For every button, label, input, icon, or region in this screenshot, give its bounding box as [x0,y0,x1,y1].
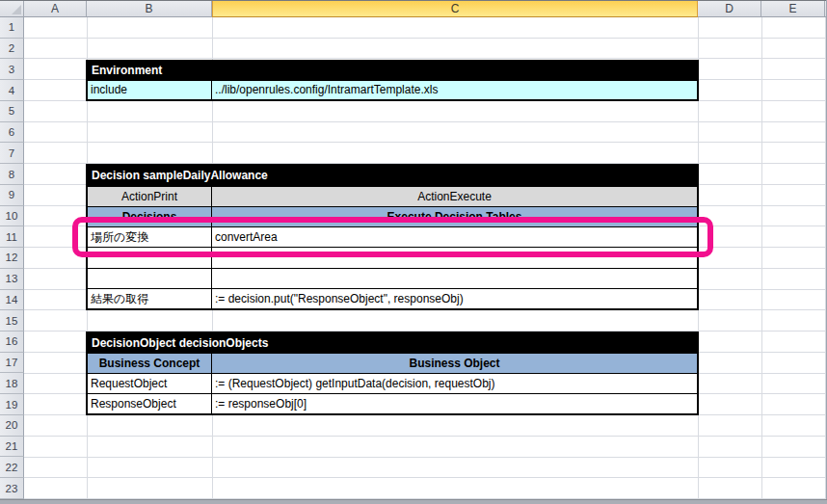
row-header-13[interactable]: 13 [0,269,24,290]
select-all-triangle-icon [12,5,21,14]
request-object-label-cell[interactable]: RequestObject [88,374,212,393]
row-header-12[interactable]: 12 [0,248,24,269]
column-header-row: A B C D E [0,0,827,17]
gridline-d-e [761,17,762,499]
row-header-column: 1 2 3 4 5 6 7 8 9 10 11 12 13 14 15 16 1… [0,17,24,499]
row-header-4[interactable]: 4 [0,80,24,101]
get-result-label-cell[interactable]: 結果の取得 [88,289,212,308]
row-header-1[interactable]: 1 [0,17,24,39]
row-header-14[interactable]: 14 [0,290,24,311]
row-header-15[interactable]: 15 [0,310,24,332]
action-print-cell[interactable]: ActionPrint [88,187,212,206]
response-object-value-cell[interactable]: := responseObj[0] [212,394,697,413]
business-concept-header-cell[interactable]: Business Concept [88,354,212,373]
row-header-20[interactable]: 20 [0,415,24,437]
response-object-row: ResponseObject := responseObj[0] [88,394,697,413]
decision-row-empty-2 [88,269,697,289]
column-header-c-selected[interactable]: C [212,1,698,17]
environment-include-row: include ../lib/openrules.config/Intramar… [88,81,697,99]
highlight-annotation-ring [72,217,713,257]
row-header-8[interactable]: 8 [0,164,24,185]
environment-table: Environment include ../lib/openrules.con… [86,60,699,102]
row-header-5[interactable]: 5 [0,101,24,122]
column-header-a[interactable]: A [24,1,87,17]
row-header-7[interactable]: 7 [0,143,24,164]
row-header-2[interactable]: 2 [0,39,24,60]
decision-action-row: ActionPrint ActionExecute [88,187,697,207]
include-path-cell[interactable]: ../lib/openrules.config/IntramartTemplat… [212,81,697,99]
column-header-b[interactable]: B [87,1,212,17]
row-header-21[interactable]: 21 [0,437,24,458]
select-all-corner[interactable] [0,1,24,17]
column-header-e[interactable]: E [761,1,825,17]
row-header-17[interactable]: 17 [0,353,24,374]
row-header-19[interactable]: 19 [0,394,24,415]
bottom-edge-strip [0,499,827,504]
empty-label-cell-2[interactable] [88,269,212,288]
decision-objects-title[interactable]: DecisionObject decisionObjects [88,333,697,353]
decision-objects-table: DecisionObject decisionObjects Business … [86,332,699,415]
decision-row-get-result: 結果の取得 := decision.put("ResponseObject", … [88,289,697,308]
decision-objects-title-row: DecisionObject decisionObjects [88,333,697,354]
row-header-3[interactable]: 3 [0,59,24,80]
row-header-10[interactable]: 10 [0,206,24,227]
environment-title[interactable]: Environment [88,62,697,80]
get-result-value-cell[interactable]: := decision.put("ResponseObject", respon… [212,289,697,308]
row-header-6[interactable]: 6 [0,122,24,144]
empty-value-cell-2[interactable] [212,269,697,288]
row-header-11[interactable]: 11 [0,226,24,248]
row-header-23[interactable]: 23 [0,478,24,499]
row-header-16[interactable]: 16 [0,332,24,353]
action-execute-cell[interactable]: ActionExecute [212,187,697,206]
row-header-9[interactable]: 9 [0,185,24,206]
business-object-header-cell[interactable]: Business Object [212,354,697,373]
decision-title[interactable]: Decision sampleDailyAllowance [88,166,697,185]
decision-objects-header-row: Business Concept Business Object [88,354,697,374]
decision-title-row: Decision sampleDailyAllowance [88,166,697,186]
request-object-value-cell[interactable]: := (RequestObject) getInputData(decision… [212,374,697,393]
row-header-22[interactable]: 22 [0,457,24,478]
row-header-18[interactable]: 18 [0,373,24,394]
spreadsheet-window: A B C D E 1 2 3 4 5 6 7 8 9 10 11 12 13 … [0,0,827,504]
column-header-d[interactable]: D [698,1,761,17]
include-label-cell[interactable]: include [88,81,212,99]
sheet-grid[interactable]: Environment include ../lib/openrules.con… [24,17,827,499]
environment-title-row: Environment [88,62,697,81]
request-object-row: RequestObject := (RequestObject) getInpu… [88,374,697,394]
response-object-label-cell[interactable]: ResponseObject [88,394,212,413]
